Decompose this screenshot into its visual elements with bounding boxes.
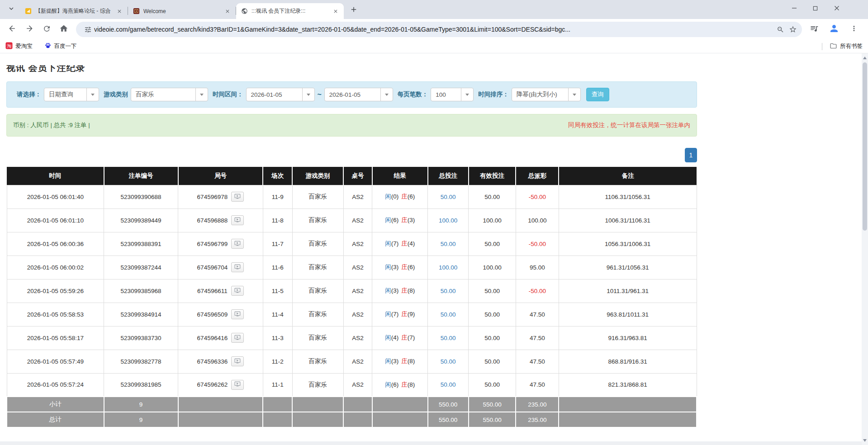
cell-total-bet[interactable]: 50.00 [428,185,469,208]
cell-note: 1106.31/1056.31 [559,185,697,208]
cell-valid-bet: 100.00 [469,256,516,279]
replay-video-button[interactable] [231,356,244,366]
date-end-select[interactable]: 2026-01-05 [324,88,393,101]
cell-game: 百家乐 [292,256,343,279]
page-content: 视讯 会员下注纪录 请选择： 日期查询 游戏类别 百家乐 时间区间： 2026-… [0,65,862,428]
page-1-button[interactable]: 1 [685,148,697,162]
taobao-icon: 淘 [5,42,13,51]
replay-video-button[interactable] [231,262,244,272]
cell-note: 821.31/868.81 [559,373,697,397]
url-bar[interactable]: videoie.com/game/betrecord_search/kind3?… [76,22,802,37]
video-icon [234,287,241,295]
replay-video-button[interactable] [231,333,244,343]
cell-result: 闲(0)庄(6) [372,185,428,208]
game-type-select[interactable]: 百家乐 [131,88,208,101]
back-button[interactable] [5,22,20,37]
new-tab-button[interactable] [347,4,360,17]
cell-round: 674596611 [178,279,263,303]
cell-result: 闲(3)庄(6) [372,256,428,279]
cell-session: 11-7 [263,232,292,256]
vertical-scrollbar[interactable] [862,53,868,445]
table-row: 2026-01-05 06:01:10 523099389449 6745968… [7,208,697,232]
search-button[interactable]: 查询 [586,88,609,101]
replay-video-button[interactable] [231,309,244,319]
minimize-button[interactable] [783,0,805,16]
cell-session: 11-2 [263,350,292,373]
menu-button[interactable] [846,22,862,37]
close-icon[interactable] [115,7,123,15]
all-bookmarks[interactable]: 所有书签 [822,42,863,51]
media-playlist-button[interactable] [806,22,822,37]
cell-total-bet[interactable]: 50.00 [428,279,469,303]
cell-valid-bet: 50.00 [469,326,516,350]
cell-total-bet[interactable]: 50.00 [428,373,469,397]
reload-button[interactable] [39,22,54,37]
tab-search-button[interactable] [5,3,18,16]
replay-video-button[interactable] [231,286,244,296]
tab-forum[interactable]: 【新提醒】海燕策略论坛 - 综合 [20,3,128,19]
date-range-tilde: ~ [318,90,322,99]
cell-bet-id: 523099382778 [104,350,178,373]
zoom-out-icon[interactable] [774,23,787,36]
url-text[interactable]: videoie.com/game/betrecord_search/kind3?… [94,26,774,33]
folder-icon [830,42,837,51]
cell-total-bet[interactable]: 100.00 [428,208,469,232]
cell-table: AS2 [343,208,372,232]
sort-label: 时间排序： [478,90,509,99]
chevron-down-icon [568,88,580,101]
forward-button[interactable] [22,22,37,37]
tab-title: Welcome [143,8,220,14]
tab-bet-record[interactable]: :::视讯 会员下注纪录::: [236,3,344,19]
cell-game: 百家乐 [292,232,343,256]
replay-video-button[interactable] [231,192,244,202]
page-title: 视讯 会员下注纪录 [6,65,862,72]
scroll-up-arrow-icon[interactable] [862,54,868,62]
cell-game: 百家乐 [292,185,343,208]
tab-title: 【新提醒】海燕策略论坛 - 综合 [35,7,112,15]
cell-total-bet[interactable]: 50.00 [428,303,469,326]
bookmark-star-icon[interactable] [787,23,799,36]
replay-video-button[interactable] [231,380,244,390]
per-page-select[interactable]: 100 [431,88,474,101]
cell-total-bet[interactable]: 50.00 [428,326,469,350]
cell-total-bet[interactable]: 50.00 [428,232,469,256]
close-icon[interactable] [332,7,339,15]
table-row: 2026-01-05 05:58:17 523099383730 6745964… [7,326,697,350]
cell-session: 11-6 [263,256,292,279]
cell-total-bet[interactable]: 50.00 [428,350,469,373]
horizontal-scrollbar[interactable] [0,441,868,445]
cell-total-bet[interactable]: 100.00 [428,256,469,279]
video-icon [234,358,241,365]
back-arrow-icon [8,24,17,35]
tab-welcome[interactable]: Welcome [128,3,236,19]
video-icon [234,240,241,248]
cell-valid-bet: 50.00 [469,185,516,208]
scrollbar-thumb[interactable] [863,62,867,231]
col-total-bet: 总投注 [428,167,469,185]
replay-video-button[interactable] [231,239,244,249]
sort-select[interactable]: 降幂(由大到小) [512,88,581,101]
query-type-select[interactable]: 日期查询 [44,88,99,101]
home-button[interactable] [56,22,71,37]
cell-valid-bet: 50.00 [469,279,516,303]
site-settings-icon[interactable] [81,23,94,36]
scroll-down-arrow-icon[interactable] [862,437,868,444]
cell-result: 闲(3)庄(8) [372,279,428,303]
game-type-label: 游戏类别 [104,90,128,99]
bookmark-baidu[interactable]: 百度一下 [44,42,77,51]
close-icon[interactable] [223,7,231,15]
cell-time: 2026-01-05 06:00:02 [7,256,104,279]
table-footer: 小计 9 550.00 550.00 235.00 总计 9 550.00 55… [7,397,697,427]
table-row: 2026-01-05 05:58:53 523099384914 6745965… [7,303,697,326]
date-start-select[interactable]: 2026-01-05 [246,88,315,101]
bookmark-taobao[interactable]: 淘 爱淘宝 [5,42,33,51]
close-window-button[interactable] [826,0,847,16]
cell-payout: -50.00 [516,232,559,256]
profile-button[interactable] [826,22,842,37]
replay-video-button[interactable] [231,215,244,225]
maximize-button[interactable] [805,0,826,16]
cell-payout: 47.50 [516,303,559,326]
cell-session: 11-3 [263,326,292,350]
cell-payout: -50.00 [516,279,559,303]
total-label: 总计 [7,412,104,427]
